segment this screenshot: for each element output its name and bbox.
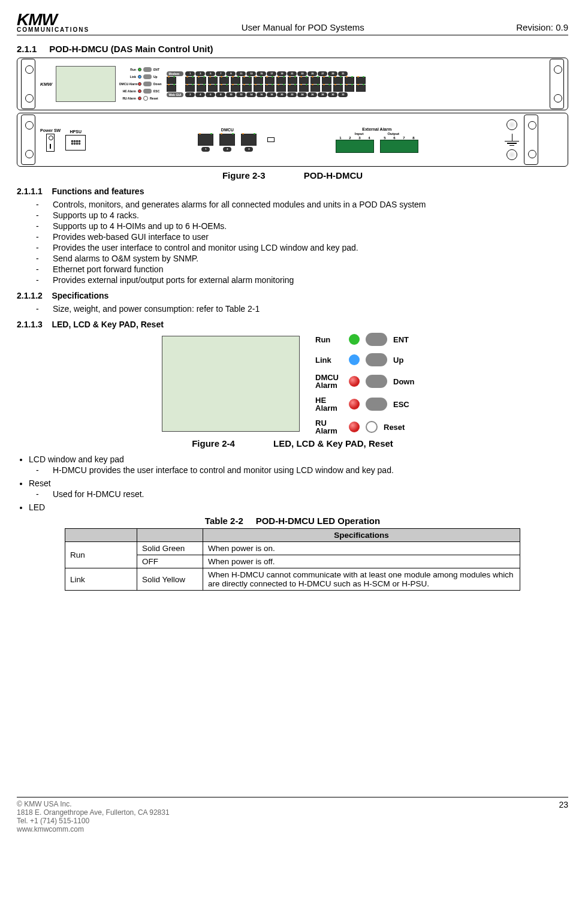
rj45-port	[231, 77, 240, 84]
keypad-button	[366, 398, 387, 411]
dmcu-port: 2	[219, 134, 235, 152]
specifications-list: Size, weight, and power consumption: ref…	[17, 304, 568, 314]
led-key-row: RU AlarmReset	[119, 96, 162, 101]
port-number: 15	[257, 71, 266, 76]
table-2-2: Specifications Run Solid Green When powe…	[65, 528, 520, 591]
keypad-button	[366, 353, 387, 366]
rj45-port	[219, 77, 229, 84]
rj45-port	[333, 85, 343, 92]
rj45-port	[299, 85, 309, 92]
port-number: 29	[328, 71, 337, 76]
figure-2-3-caption: Figure 2-3 POD-H-DMCU	[17, 170, 568, 180]
port-area: Modem Web GUI 13579111315171921232527293…	[167, 71, 545, 97]
hpsu-connector	[65, 135, 86, 151]
page-header: KMW COMMUNICATIONS User Manual for POD S…	[17, 12, 568, 35]
led-key-row: DMCUAlarmDown	[315, 374, 423, 389]
led-key-row: HE AlarmESC	[119, 89, 162, 94]
led-key-row: RunENT	[315, 333, 423, 346]
rj45-port	[288, 77, 297, 84]
figure-2-3-front-panel: KMW RunENTLinkUpDMCU AlarmDownHE AlarmES…	[17, 58, 568, 110]
port-number: 5	[206, 71, 215, 76]
table-header-spec: Specifications	[203, 529, 520, 542]
rj45-port	[242, 77, 252, 84]
section-2.1.1.2-heading: 2.1.1.2 Specifications	[17, 291, 568, 300]
footer-address: © KMW USA Inc. 1818 E. Orangethrope Ave,…	[17, 800, 170, 833]
logo-subtext: COMMUNICATIONS	[17, 27, 89, 32]
lcd-screen	[162, 336, 300, 432]
port-number: 1	[185, 71, 195, 76]
rack-ear-left	[21, 59, 35, 109]
bullet-reset-sub: Used for H-DMCU reset.	[53, 489, 568, 499]
list-item: Ethernet port forward function	[53, 264, 568, 274]
figure-2-4-caption: Figure 2-4 LED, LCD & Key PAD, Reset	[17, 438, 568, 449]
port-number: 2	[185, 92, 195, 97]
rj45-port	[333, 77, 343, 84]
modem-port	[167, 77, 176, 84]
port-number: 16	[257, 92, 266, 97]
output-terminal	[380, 140, 418, 153]
led-key-row: RUAlarmReset	[315, 419, 423, 435]
dmcu-port: 1	[198, 134, 213, 152]
cell-link: Link	[65, 568, 137, 591]
logo: KMW COMMUNICATIONS	[17, 12, 89, 32]
list-item: Supports up to 4 H-OIMs and up to 6 H-OE…	[53, 221, 568, 231]
port-number: 12	[236, 92, 246, 97]
keypad-button	[366, 333, 387, 346]
power-switch: Power SW	[40, 128, 61, 152]
section-2.1.1.3-heading: 2.1.1.3 LED, LCD & Key PAD, Reset	[17, 320, 568, 329]
cell: Solid Yellow	[137, 568, 203, 591]
cell: Solid Green	[137, 542, 203, 555]
port-number: 27	[318, 71, 327, 76]
port-number: 22	[287, 92, 297, 97]
rj45-port	[265, 77, 275, 84]
rj45-port	[276, 77, 286, 84]
list-item: Provides web-based GUI interface to user	[53, 232, 568, 242]
rj45-port	[345, 77, 354, 84]
port-number: 25	[307, 71, 317, 76]
port-number: 26	[307, 92, 317, 97]
revision: Revision: 0.9	[516, 22, 568, 32]
figure-2-3-back-panel: Power SW HPSU DMCU 123 External Alarm In…	[17, 113, 568, 167]
rj45-port	[242, 85, 252, 92]
section-2.1.1.1-heading: 2.1.1.1 Functions and features	[17, 186, 568, 196]
cell: When power is on.	[203, 542, 520, 555]
port-number: 10	[226, 92, 236, 97]
led-icon	[349, 354, 360, 365]
port-number: 8	[216, 92, 225, 97]
led-keypad-column: RunENTLinkUpDMCU AlarmDownHE AlarmESCRU …	[119, 67, 162, 101]
bullet-lcd: LCD window and key pad H-DMCU provides t…	[29, 455, 568, 475]
bullet-led: LED	[29, 502, 568, 512]
table-2-2-caption: Table 2-2 POD-H-DMCU LED Operation	[17, 516, 568, 526]
table-header-blank2	[137, 529, 203, 542]
rj45-port	[185, 85, 195, 92]
list-item: Provides the user interface to control a…	[53, 243, 568, 252]
dmcu-label: DMCU	[221, 128, 234, 132]
port-number: 17	[267, 71, 276, 76]
switch-icon	[46, 134, 55, 152]
webgui-label: Web GUI	[167, 92, 184, 97]
port-number: 28	[318, 92, 327, 97]
rj45-port	[310, 85, 320, 92]
external-alarm: External Alarm Input Output 1234 5678	[336, 127, 418, 153]
screw-icon	[506, 119, 517, 130]
list-item: Send alarms to O&M system by SNMP.	[53, 254, 568, 263]
rj45-port	[276, 85, 286, 92]
page-footer: © KMW USA Inc. 1818 E. Orangethrope Ave,…	[17, 797, 568, 833]
lcd-screen	[56, 66, 116, 102]
screw-icon	[506, 149, 517, 160]
led-key-row: LinkUp	[119, 74, 162, 79]
rj45-port	[288, 85, 297, 92]
lcd-keypad-bullets: LCD window and key pad H-DMCU provides t…	[17, 455, 568, 512]
rj45-port	[254, 77, 263, 84]
rj45-port	[197, 77, 206, 84]
table-header-blank	[65, 529, 137, 542]
port-number: 3	[195, 71, 205, 76]
section-2.1.1-heading: 2.1.1 POD-H-DMCU (DAS Main Control Unit)	[17, 44, 568, 54]
rj45-port	[322, 85, 331, 92]
rj45-port	[299, 77, 309, 84]
keypad-button	[366, 375, 387, 388]
cell: OFF	[137, 555, 203, 568]
table-row: Link Solid Yellow When H-DMCU cannot com…	[65, 568, 520, 591]
port-number: 32	[338, 92, 348, 97]
rj45-port	[219, 85, 229, 92]
